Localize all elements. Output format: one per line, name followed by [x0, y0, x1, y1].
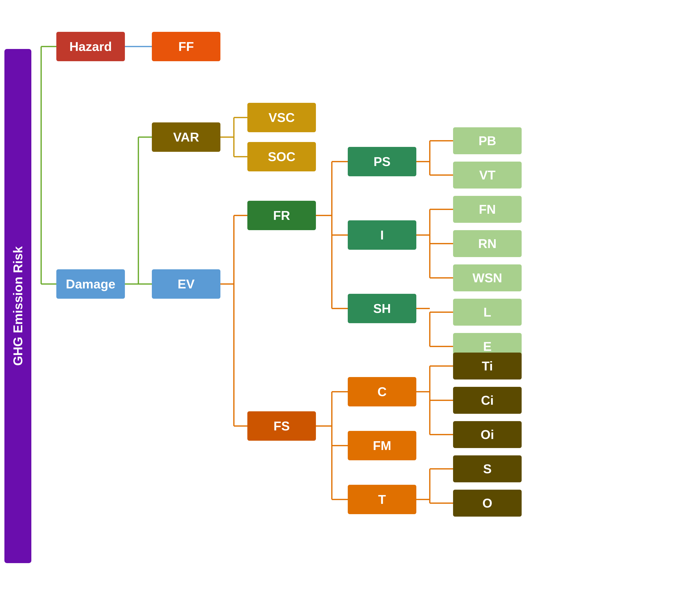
ti-node: Ti — [453, 353, 522, 379]
ci-node: Ci — [453, 387, 522, 414]
damage-node: Damage — [56, 269, 125, 299]
fn-node: FN — [453, 196, 522, 223]
sh-node: SH — [348, 294, 416, 323]
ps-node: PS — [348, 147, 416, 176]
ff-node: FF — [152, 32, 220, 61]
root-label: GHG Emission Risk — [4, 49, 31, 563]
var-node: VAR — [152, 123, 220, 152]
fr-node: FR — [247, 201, 316, 230]
tree-diagram: GHG Emission Risk Hazard FF Damage VAR V… — [0, 0, 696, 616]
t-node: T — [348, 485, 416, 514]
i-node: I — [348, 220, 416, 250]
vsc-node: VSC — [247, 103, 316, 132]
ev-node: EV — [152, 269, 220, 299]
o-node: O — [453, 490, 522, 517]
l-node: L — [453, 299, 522, 326]
rn-node: RN — [453, 230, 522, 257]
c-node: C — [348, 377, 416, 406]
hazard-node: Hazard — [56, 32, 125, 61]
vt-node: VT — [453, 162, 522, 189]
wsn-node: WSN — [453, 264, 522, 291]
fm-node: FM — [348, 431, 416, 460]
fs-node: FS — [247, 411, 316, 441]
s-node: S — [453, 455, 522, 482]
oi-node: Oi — [453, 421, 522, 448]
pb-node: PB — [453, 127, 522, 154]
soc-node: SOC — [247, 142, 316, 172]
